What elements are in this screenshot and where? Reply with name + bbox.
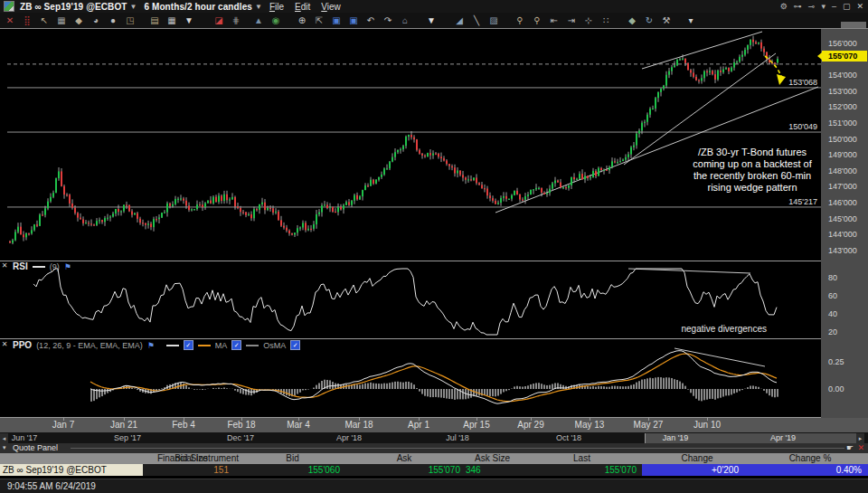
reload-data-icon[interactable]: ↻ [642, 14, 656, 27]
date-axis-label: Jan 7 [52, 420, 74, 430]
center-chart-icon[interactable]: ⊹ [581, 14, 596, 27]
price-axis-label: 145'000 [828, 214, 857, 223]
menu-edit[interactable]: Edit [295, 2, 310, 12]
date-axis[interactable]: Jan 7Jan 21Feb 4Feb 18Mar 4Mar 18Apr 1Ap… [0, 418, 868, 432]
price-axis-label: 148'000 [828, 166, 857, 175]
volume-bars-icon[interactable]: ⋕ [229, 14, 243, 27]
edit-chart-icon[interactable]: ◪ [212, 14, 226, 27]
quote-panel-titlebar: ▾ Quote Panel ☛ ✕ [0, 443, 868, 453]
tool-filter-icon[interactable]: ▼ [424, 14, 439, 27]
magnet-snap-icon[interactable]: ⣿ [20, 14, 34, 27]
date-axis-label: May 27 [634, 420, 664, 430]
scroll-right-button[interactable]: ▸ [856, 433, 864, 443]
rsi-scale-label: 20 [828, 327, 837, 337]
annotate-icon[interactable]: ⇱ [312, 14, 326, 27]
level-price-label: 150'049 [788, 122, 817, 131]
remove-study-icon[interactable]: ✕ [3, 14, 17, 27]
circle-tool-icon[interactable]: ● [106, 14, 120, 27]
chart-symbol-title[interactable]: ZB ∞ Sep19'19 @ECBOT [20, 2, 127, 12]
zoom-out-icon[interactable]: ⚲ [530, 14, 544, 27]
text-box-icon[interactable]: ▣ [329, 14, 344, 27]
chart-scrollbar[interactable]: ◂Jun '17Sep '17Dec '17Apr '18Jul '18Oct … [0, 432, 868, 443]
quote-instrument[interactable]: ZB ∞ Sep19'19 @ECBOT [0, 464, 143, 476]
quote-panel-close-icon[interactable]: ✕ [857, 443, 864, 452]
bar-spacing-icon[interactable]: ∷ [599, 14, 613, 27]
quad-grid-icon[interactable]: ▦ [165, 14, 179, 27]
image-region-icon[interactable]: ◳ [123, 14, 137, 27]
quote-panel-title: Quote Panel [13, 443, 58, 453]
close-icon[interactable]: ✕ [856, 2, 863, 11]
pointer-tool-icon[interactable]: ↖ [37, 14, 52, 27]
scroll-left-button[interactable]: ◂ [0, 433, 8, 443]
hand-tool-icon[interactable]: ◆ [71, 14, 86, 27]
rsi-divergence-note: negative divergences [681, 324, 767, 334]
quote-column-header: Ask [345, 453, 463, 464]
date-axis-label: Apr 29 [517, 420, 543, 430]
quote-panel-hand-icon[interactable]: ☛ [846, 443, 854, 452]
title-bar: ZB ∞ Sep19'19 @ECBOT ▼ 6 Months/2 hour c… [0, 0, 868, 13]
minimize-icon[interactable]: – [832, 2, 836, 11]
ellipse-tool-icon[interactable]: ◕ [89, 14, 103, 27]
callout-icon[interactable]: ⌂ [398, 14, 412, 27]
toolbar-gap [504, 14, 513, 27]
window-controls: ⚙⊶⊸▾–▢✕ [780, 2, 868, 11]
panel-separator[interactable] [0, 338, 821, 339]
quote-panel-collapse-icon[interactable]: ▾ [3, 444, 6, 451]
chart-annotation-text: rising wedge pattern [707, 182, 797, 193]
toolbar-gap [441, 14, 452, 27]
ppo-plot[interactable] [7, 346, 821, 417]
price-axis-label: 147'000 [828, 182, 857, 191]
toolbar-gap [286, 14, 295, 27]
price-axis-label: 150'000 [828, 135, 857, 144]
quote-row[interactable]: ZB ∞ Sep19'19 @ECBOT 151 155'060 155'070… [0, 464, 868, 476]
globe-icon[interactable]: ◉ [269, 14, 283, 27]
pyramid-icon[interactable]: ▲ [251, 14, 266, 27]
quote-column-header: Bid [240, 453, 345, 464]
shapes-icon[interactable]: ◆ [625, 14, 639, 27]
settings-icon[interactable]: ⚙ [780, 2, 788, 11]
shift-left-icon[interactable]: ⇤ [547, 14, 561, 27]
date-axis-label: May 13 [575, 420, 605, 430]
channel-tool-icon[interactable]: ▨ [486, 14, 501, 27]
quote-column-header: Change % [752, 453, 868, 464]
price-axis[interactable]: 156'000154'000153'000152'000151'000150'0… [821, 29, 868, 418]
quote-column-header: Bid Size [143, 453, 240, 464]
quote-last: 155'070 [522, 464, 642, 476]
quote-panel-rule [71, 448, 844, 449]
toolbar-gap [140, 14, 147, 27]
link-icon[interactable]: ⊶ [794, 2, 802, 11]
scroll-date-label: Jul '18 [446, 433, 469, 442]
maximize-icon[interactable]: ▢ [843, 2, 851, 11]
shift-right-icon[interactable]: ⇥ [564, 14, 579, 27]
panel-separator[interactable] [0, 261, 821, 261]
timeframe-title[interactable]: 6 Months/2 hour candles [144, 2, 252, 12]
crosshair-icon[interactable]: ⊕ [295, 14, 309, 27]
pin-caret-icon[interactable]: ▾ [821, 2, 826, 11]
menu-view[interactable]: View [321, 2, 341, 12]
rsi-scale-label: 80 [828, 273, 837, 282]
more-tools-icon[interactable]: ▾ [684, 14, 698, 27]
symbol-dropdown-icon[interactable]: ▼ [130, 3, 137, 11]
price-axis-label: 146'000 [828, 198, 857, 207]
grid-icon[interactable]: ▦ [54, 14, 69, 27]
ppo-scale-label: 0.00 [828, 384, 844, 393]
layout-icon[interactable]: ▤ [147, 14, 162, 27]
note-box-icon[interactable]: ▣ [346, 14, 361, 27]
ray-tool-icon[interactable]: ╲ [469, 14, 484, 27]
redo-icon[interactable]: ↷ [381, 14, 395, 27]
quote-column-header: Last [522, 453, 642, 464]
pin-icon[interactable]: ⊸ [808, 2, 816, 11]
zoom-in-icon[interactable]: ⚲ [513, 14, 527, 27]
quote-change-pct: 0.40% [752, 464, 868, 476]
toolbar-corner [841, 22, 866, 28]
undo-icon[interactable]: ↶ [363, 14, 378, 27]
tools-icon[interactable]: ⚒ [659, 14, 674, 27]
trendline-icon[interactable]: ◢ [452, 14, 467, 27]
level-price-label: 153'068 [788, 78, 817, 87]
price-axis-label: 156'000 [828, 39, 857, 48]
clock: 9:04:55 AM 6/24/2019 [7, 481, 96, 491]
menu-file[interactable]: File [269, 2, 284, 12]
timeframe-dropdown-icon[interactable]: ▼ [255, 3, 262, 11]
filter-icon[interactable]: ▼ [182, 14, 196, 27]
candlestick-chart[interactable]: 153'068150'049145'217/ZB 30-yr T-Bond fu… [7, 29, 821, 261]
